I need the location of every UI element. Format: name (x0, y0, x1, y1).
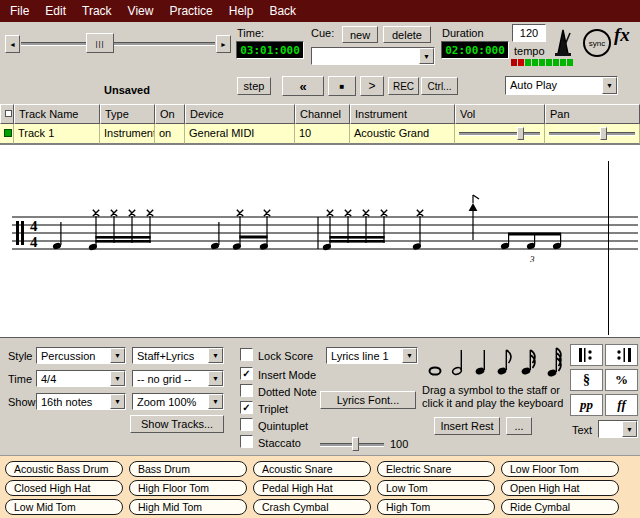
whole-note-icon[interactable] (424, 346, 446, 378)
chevron-down-icon[interactable]: ▼ (110, 348, 125, 363)
lyrics-font-button[interactable]: Lyrics Font... (320, 391, 416, 409)
track-instrument-cell[interactable]: Acoustic Grand (350, 124, 455, 144)
sixteenth-note-icon[interactable] (517, 346, 539, 378)
chevron-down-icon[interactable]: ▼ (622, 421, 637, 437)
drum-pad-button[interactable]: Acoustic Bass Drum (5, 461, 123, 477)
pan-slider-track[interactable] (549, 132, 635, 136)
chevron-down-icon[interactable]: ▼ (419, 48, 434, 64)
menu-item-practice[interactable]: Practice (161, 1, 220, 21)
autoplay-select[interactable]: Auto Play ▼ (505, 76, 618, 95)
staff-mode-select[interactable]: Staff+Lyrics▼ (132, 347, 224, 364)
step-button[interactable]: step (237, 77, 271, 95)
menu-item-file[interactable]: File (2, 1, 37, 21)
show-tracks-button[interactable]: Show Tracks... (130, 415, 224, 433)
insert-rest-button[interactable]: Insert Rest (434, 417, 500, 435)
scroll-right-button[interactable]: ► (216, 35, 231, 53)
menu-item-back[interactable]: Back (261, 1, 304, 21)
triplet-checkbox[interactable]: ✓ (240, 401, 253, 414)
fortissimo-cell[interactable]: ff (605, 394, 638, 416)
chevron-down-icon[interactable]: ▼ (208, 348, 223, 363)
track-on-cell[interactable]: on (155, 124, 185, 144)
drum-pad-button[interactable]: Low Mid Tom (5, 499, 123, 515)
chevron-down-icon[interactable]: ▼ (602, 77, 617, 94)
thirtysecond-note-icon[interactable] (543, 346, 565, 378)
header-device[interactable]: Device (185, 104, 295, 124)
fx-button[interactable]: fx (614, 24, 630, 46)
track-channel-cell[interactable]: 10 (295, 124, 350, 144)
dotted-note-checkbox[interactable] (240, 384, 253, 397)
pan-slider-handle[interactable] (600, 127, 607, 140)
more-options-button[interactable]: ... (506, 417, 532, 435)
track-device-cell[interactable]: General MIDI (185, 124, 295, 144)
drum-pad-button[interactable]: Pedal High Hat (253, 480, 371, 496)
cue-delete-button[interactable]: delete (383, 26, 431, 43)
quarter-note-icon[interactable] (470, 346, 492, 378)
stop-button[interactable]: ■ (328, 76, 356, 96)
volume-slider-handle[interactable] (352, 437, 359, 451)
chevron-down-icon[interactable]: ▼ (110, 394, 125, 409)
drum-pad-button[interactable]: Open High Hat (501, 480, 619, 496)
drum-pad-button[interactable]: Closed High Hat (5, 480, 123, 496)
drum-pad-button[interactable]: Low Tom (377, 480, 495, 496)
score-staff-area[interactable]: 4 4 (0, 144, 640, 337)
drum-pad-button[interactable]: High Mid Tom (129, 499, 247, 515)
chevron-down-icon[interactable]: ▼ (110, 371, 125, 386)
lock-score-checkbox[interactable] (240, 348, 253, 361)
time-sig-select[interactable]: 4/4▼ (36, 370, 126, 387)
begin-repeat-cell[interactable] (570, 344, 603, 366)
track-type-cell[interactable]: Instrument (100, 124, 155, 144)
half-note-icon[interactable] (447, 346, 469, 378)
header-vol[interactable]: Vol (455, 104, 545, 124)
grid-select[interactable]: -- no grid --▼ (132, 370, 224, 387)
chevron-down-icon[interactable]: ▼ (208, 371, 223, 386)
zoom-select[interactable]: Zoom 100%▼ (132, 393, 224, 410)
drum-pad-button[interactable]: Crash Cymbal (253, 499, 371, 515)
header-channel[interactable]: Channel (295, 104, 350, 124)
chevron-down-icon[interactable]: ▼ (402, 348, 417, 363)
pianissimo-cell[interactable]: pp (570, 394, 603, 416)
tempo-value-box[interactable]: 120 (512, 24, 546, 42)
menu-item-track[interactable]: Track (74, 1, 120, 21)
track-name-cell[interactable]: Track 1 (14, 124, 100, 144)
header-instrument[interactable]: Instrument (350, 104, 455, 124)
insert-mode-checkbox[interactable]: ✓ (240, 367, 253, 380)
eighth-note-icon[interactable] (493, 346, 515, 378)
drum-pad-button[interactable]: High Floor Tom (129, 480, 247, 496)
position-slider-handle[interactable]: ||| (86, 33, 114, 53)
repeat-measure-cell[interactable]: % (605, 369, 638, 391)
drum-pad-button[interactable]: Bass Drum (129, 461, 247, 477)
record-button[interactable]: REC (388, 77, 419, 95)
drum-pad-button[interactable]: Acoustic Snare (253, 461, 371, 477)
vol-slider-track[interactable] (459, 132, 540, 136)
header-type[interactable]: Type (100, 104, 155, 124)
scroll-left-button[interactable]: ◄ (5, 35, 20, 53)
rewind-button[interactable]: « (282, 76, 324, 96)
lyrics-line-select[interactable]: Lyrics line 1▼ (326, 347, 418, 364)
header-track-name[interactable]: Track Name (14, 104, 100, 124)
menu-item-view[interactable]: View (120, 1, 162, 21)
end-repeat-cell[interactable] (605, 344, 638, 366)
quintuplet-checkbox[interactable] (240, 418, 253, 431)
ctrl-button[interactable]: Ctrl... (421, 77, 458, 95)
track-row-indicator[interactable] (0, 124, 14, 144)
position-slider-track[interactable] (21, 42, 215, 46)
header-pan[interactable]: Pan (545, 104, 640, 124)
cue-new-button[interactable]: new (342, 26, 378, 43)
vol-slider-handle[interactable] (517, 127, 524, 140)
drum-pad-button[interactable]: Low Floor Tom (501, 461, 619, 477)
metronome-icon[interactable] (551, 26, 575, 58)
show-notes-select[interactable]: 16th notes▼ (36, 393, 126, 410)
style-select[interactable]: Percussion▼ (36, 347, 126, 364)
header-on[interactable]: On (155, 104, 185, 124)
text-symbol-select[interactable]: ▼ (598, 420, 638, 438)
drum-pad-button[interactable]: Electric Snare (377, 461, 495, 477)
menu-item-help[interactable]: Help (221, 1, 262, 21)
segno-cell[interactable]: § (570, 369, 603, 391)
drum-pad-button[interactable]: High Tom (377, 499, 495, 515)
cue-select[interactable]: ▼ (311, 47, 435, 65)
menu-item-edit[interactable]: Edit (37, 1, 74, 21)
sync-button[interactable]: sync (583, 29, 611, 57)
drum-pad-button[interactable]: Ride Cymbal (501, 499, 619, 515)
staccato-checkbox[interactable] (240, 435, 253, 448)
chevron-down-icon[interactable]: ▼ (208, 394, 223, 409)
